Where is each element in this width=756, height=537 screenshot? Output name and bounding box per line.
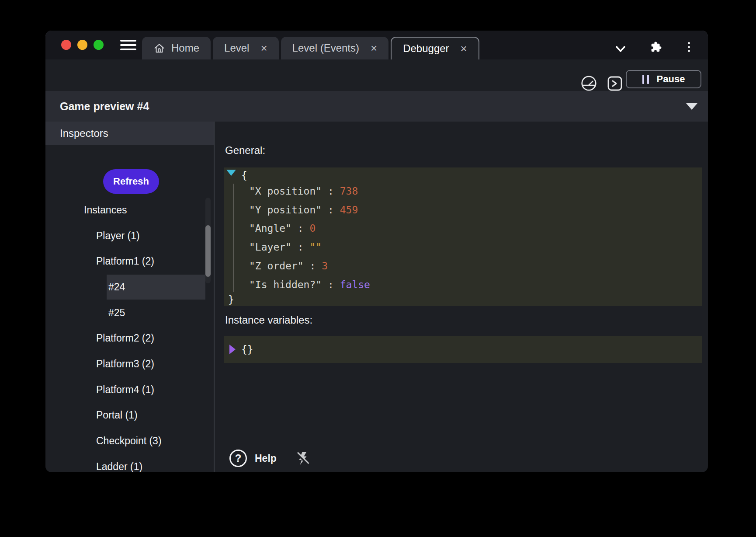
json-key: "X position" xyxy=(249,185,322,197)
tree-item-label: #24 xyxy=(108,281,125,293)
json-key: "Layer" xyxy=(249,241,291,253)
tree-item-label: Platform3 (2) xyxy=(96,358,154,370)
traffic-lights xyxy=(61,40,104,50)
tree-item-portal-1[interactable]: Portal (1) xyxy=(45,403,214,429)
pause-button-label: Pause xyxy=(657,73,685,85)
tree-item-24[interactable]: #24 xyxy=(45,274,214,300)
tab-level[interactable]: Level× xyxy=(213,37,279,59)
preview-dropdown-caret-icon[interactable] xyxy=(686,103,697,110)
json-separator: : xyxy=(291,223,310,234)
tree-item-ladder-1[interactable]: Ladder (1) xyxy=(45,454,214,472)
tab-bar: HomeLevel×Level (Events)×Debugger× xyxy=(45,31,708,59)
tree-item-label: Platform2 (2) xyxy=(96,332,154,344)
debugger-toolbar: Pause xyxy=(45,59,708,91)
help-label[interactable]: Help xyxy=(255,453,277,464)
kebab-menu-button[interactable] xyxy=(688,42,690,52)
tree-item-25[interactable]: #25 xyxy=(45,300,214,326)
json-row-is-hidden: "Is hidden?" : false xyxy=(249,278,370,291)
json-separator: : xyxy=(322,279,340,290)
tree-item-platform2-2[interactable]: Platform2 (2) xyxy=(45,325,214,351)
hamburger-menu-button[interactable] xyxy=(120,40,136,50)
tree-item-player-1[interactable]: Player (1) xyxy=(45,223,214,249)
instance-variables-value: {} xyxy=(241,343,253,356)
tree-item-label: Portal (1) xyxy=(96,409,138,421)
json-key: "Angle" xyxy=(249,223,291,234)
sidebar-scrollbar-thumb[interactable] xyxy=(205,225,211,277)
general-section-label: General: xyxy=(225,144,265,157)
chevron-down-icon[interactable] xyxy=(614,43,627,56)
traffic-light-maximize[interactable] xyxy=(94,40,104,50)
pause-button[interactable]: Pause xyxy=(626,70,701,88)
instance-variables-label: Instance variables: xyxy=(225,314,312,326)
tree-item-label: Platform4 (1) xyxy=(96,384,154,396)
tab-close-icon[interactable]: × xyxy=(260,42,267,54)
home-icon xyxy=(153,42,165,54)
tree-item-instances[interactable]: Instances xyxy=(45,197,214,223)
tree-item-label: Player (1) xyxy=(96,230,140,242)
json-row-z-order: "Z order" : 3 xyxy=(249,259,328,272)
json-key: "Y position" xyxy=(249,204,322,216)
json-separator: : xyxy=(291,241,310,253)
flash-off-icon[interactable] xyxy=(294,450,310,467)
tab-strip: HomeLevel×Level (Events)×Debugger× xyxy=(142,37,479,59)
profiler-gauge-icon[interactable] xyxy=(581,75,597,93)
json-value: 0 xyxy=(309,223,316,234)
traffic-light-minimize[interactable] xyxy=(77,40,87,50)
json-separator: : xyxy=(322,185,340,197)
json-value: "" xyxy=(309,241,322,253)
collapse-expander-icon[interactable] xyxy=(226,170,236,176)
tab-label: Level (Events) xyxy=(292,42,359,54)
help-icon[interactable]: ? xyxy=(229,450,247,467)
extensions-puzzle-icon[interactable] xyxy=(649,40,662,56)
expand-expander-icon[interactable] xyxy=(229,345,236,354)
json-row-angle: "Angle" : 0 xyxy=(249,222,316,235)
json-key: "Is hidden?" xyxy=(249,279,322,290)
json-value: 459 xyxy=(340,204,358,216)
help-row: ? Help xyxy=(229,450,310,467)
tree-item-label: Instances xyxy=(84,204,127,216)
json-open-brace: { xyxy=(241,169,247,182)
json-indent-guide xyxy=(233,184,234,292)
tree-item-platform1-2[interactable]: Platform1 (2) xyxy=(45,248,214,274)
inspectors-sidebar: Inspectors Refresh InstancesPlayer (1)Pl… xyxy=(45,122,214,472)
instances-tree: InstancesPlayer (1)Platform1 (2)#24#25Pl… xyxy=(45,197,214,472)
game-preview-header: Game preview #4 xyxy=(45,91,708,122)
tab-label: Debugger xyxy=(403,42,449,55)
tab-home[interactable]: Home xyxy=(142,37,211,59)
tree-item-label: #25 xyxy=(108,307,125,319)
json-row-y-position: "Y position" : 459 xyxy=(249,203,358,216)
general-json-viewer: { "X position" : 738"Y position" : 459"A… xyxy=(224,167,702,306)
tree-item-label: Ladder (1) xyxy=(96,461,142,472)
tab-close-icon[interactable]: × xyxy=(371,42,377,54)
json-value: false xyxy=(340,279,370,290)
json-value: 738 xyxy=(340,185,358,197)
tab-level-events[interactable]: Level (Events)× xyxy=(281,37,389,59)
json-separator: : xyxy=(322,204,340,216)
tab-close-icon[interactable]: × xyxy=(461,43,467,54)
json-close-brace: } xyxy=(228,293,234,306)
tab-label: Home xyxy=(171,42,199,54)
tab-label: Level xyxy=(224,42,249,54)
tree-item-label: Platform1 (2) xyxy=(96,255,154,267)
tree-item-label: Checkpoint (3) xyxy=(96,435,162,447)
json-key: "Z order" xyxy=(249,260,304,272)
game-preview-title: Game preview #4 xyxy=(60,100,686,113)
json-separator: : xyxy=(304,260,322,272)
json-row-x-position: "X position" : 738 xyxy=(249,185,358,198)
tree-item-platform4-1[interactable]: Platform4 (1) xyxy=(45,377,214,403)
instance-variables-viewer: {} xyxy=(224,336,702,363)
sidebar-body: Refresh InstancesPlayer (1)Platform1 (2)… xyxy=(45,145,214,472)
tree-item-checkpoint-3[interactable]: Checkpoint (3) xyxy=(45,428,214,454)
app-window: HomeLevel×Level (Events)×Debugger× Paus xyxy=(45,31,708,472)
json-row-layer: "Layer" : "" xyxy=(249,241,322,254)
console-icon[interactable] xyxy=(607,76,623,93)
json-value: 3 xyxy=(322,260,328,272)
refresh-button[interactable]: Refresh xyxy=(103,169,159,194)
inspector-detail-panel: General: { "X position" : 738"Y position… xyxy=(215,122,708,472)
tab-debugger[interactable]: Debugger× xyxy=(391,37,479,59)
sidebar-header: Inspectors xyxy=(45,122,214,145)
traffic-light-close[interactable] xyxy=(61,40,71,50)
debugger-content: Inspectors Refresh InstancesPlayer (1)Pl… xyxy=(45,122,708,472)
tree-item-platform3-2[interactable]: Platform3 (2) xyxy=(45,351,214,377)
pause-icon xyxy=(642,75,649,84)
